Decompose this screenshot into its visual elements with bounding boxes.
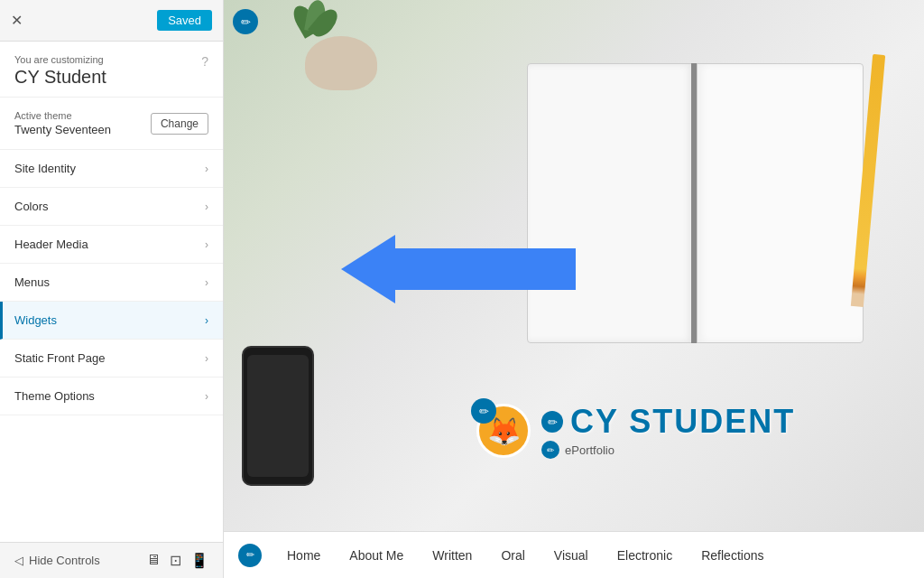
close-icon[interactable]: ✕ bbox=[11, 12, 23, 29]
nav-link-electronic[interactable]: Electronic bbox=[603, 536, 687, 575]
hide-controls-button[interactable]: ◁ Hide Controls bbox=[14, 554, 100, 567]
nav-link-home[interactable]: Home bbox=[273, 536, 335, 575]
theme-name: Twenty Seventeen bbox=[14, 123, 111, 136]
hide-controls-label: Hide Controls bbox=[29, 554, 100, 567]
nav-link-oral[interactable]: Oral bbox=[486, 536, 539, 575]
chevron-icon: › bbox=[205, 200, 208, 213]
customizing-label: You are customizing bbox=[14, 54, 106, 65]
sidebar-item-static-front-page[interactable]: Static Front Page › bbox=[0, 340, 223, 378]
customizing-section: You are customizing CY Student ? bbox=[0, 42, 223, 98]
subtitle-edit-icon[interactable]: ✏ bbox=[541, 441, 559, 459]
preview-edit-icon-top[interactable]: ✏ bbox=[233, 9, 258, 34]
site-overlay: ✏ 🦊 ✏ CY STUDENT ✏ ePortfolio bbox=[476, 403, 795, 459]
sidebar-item-site-identity[interactable]: Site Identity › bbox=[0, 150, 223, 188]
hero-area: ✏ ✏ 🦊 ✏ CY STUDENT bbox=[224, 0, 924, 531]
preview-content: ✏ ✏ 🦊 ✏ CY STUDENT bbox=[224, 0, 924, 531]
nav-link-about-me[interactable]: About Me bbox=[335, 536, 418, 575]
notebook-decoration bbox=[491, 18, 870, 397]
subtitle-text: ePortfolio bbox=[565, 443, 614, 457]
header-media-label: Header Media bbox=[14, 238, 88, 251]
hide-icon: ◁ bbox=[14, 554, 23, 567]
site-title-edit-icon[interactable]: ✏ bbox=[541, 411, 563, 433]
preview-panel: ✏ ✏ 🦊 ✏ CY STUDENT bbox=[224, 0, 924, 578]
desktop-icon[interactable]: 🖥 bbox=[146, 552, 161, 569]
mobile-icon[interactable]: 📱 bbox=[190, 552, 208, 569]
avatar-edit-icon[interactable]: ✏ bbox=[471, 398, 496, 424]
saved-button[interactable]: Saved bbox=[157, 10, 212, 31]
nav-edit-icon[interactable]: ✏ bbox=[238, 544, 262, 567]
change-theme-button[interactable]: Change bbox=[151, 113, 208, 135]
arrow-shaft bbox=[395, 248, 576, 290]
plant-decoration bbox=[278, 0, 404, 90]
site-identity-label: Site Identity bbox=[14, 162, 76, 175]
nav-link-reflections[interactable]: Reflections bbox=[687, 536, 778, 575]
nav-link-visual[interactable]: Visual bbox=[540, 536, 603, 575]
widgets-label: Widgets bbox=[14, 313, 57, 327]
panel-header: ✕ Saved bbox=[0, 0, 223, 42]
chevron-icon: › bbox=[205, 390, 208, 403]
tablet-icon[interactable]: ⊡ bbox=[170, 552, 181, 569]
site-title-block: ✏ CY STUDENT ✏ ePortfolio bbox=[541, 403, 795, 459]
menus-label: Menus bbox=[14, 275, 50, 289]
nav-list: Site Identity › Colors › Header Media › … bbox=[0, 150, 223, 542]
nav-link-written[interactable]: Written bbox=[418, 536, 486, 575]
sidebar-item-widgets[interactable]: Widgets › bbox=[0, 302, 223, 340]
nav-links: Home About Me Written Oral Visual Electr… bbox=[273, 536, 778, 575]
preview-nav: ✏ Home About Me Written Oral Visual Elec… bbox=[224, 531, 924, 578]
chevron-active-icon: › bbox=[205, 314, 208, 327]
sidebar-item-colors[interactable]: Colors › bbox=[0, 188, 223, 226]
sidebar-item-header-media[interactable]: Header Media › bbox=[0, 226, 223, 264]
chevron-icon: › bbox=[205, 163, 208, 175]
theme-options-label: Theme Options bbox=[14, 389, 95, 403]
chevron-icon: › bbox=[205, 238, 208, 251]
theme-section: Active theme Twenty Seventeen Change bbox=[0, 98, 223, 150]
colors-label: Colors bbox=[14, 200, 49, 213]
phone-screen bbox=[247, 355, 309, 477]
chevron-icon: › bbox=[205, 352, 208, 365]
theme-label: Active theme bbox=[14, 110, 111, 121]
chevron-icon: › bbox=[205, 276, 208, 289]
arrow-head bbox=[341, 235, 395, 303]
customizing-title: CY Student bbox=[14, 67, 106, 88]
site-title: CY STUDENT bbox=[570, 403, 795, 441]
site-subtitle: ✏ ePortfolio bbox=[541, 441, 795, 459]
sidebar-item-theme-options[interactable]: Theme Options › bbox=[0, 378, 223, 415]
help-icon[interactable]: ? bbox=[201, 54, 208, 69]
customizer-panel: ✕ Saved You are customizing CY Student ?… bbox=[0, 0, 224, 578]
sidebar-item-menus[interactable]: Menus › bbox=[0, 264, 223, 302]
static-front-page-label: Static Front Page bbox=[14, 351, 105, 365]
phone-decoration bbox=[242, 346, 314, 486]
blue-arrow bbox=[341, 235, 576, 303]
panel-footer: ◁ Hide Controls 🖥 ⊡ 📱 bbox=[0, 542, 223, 578]
